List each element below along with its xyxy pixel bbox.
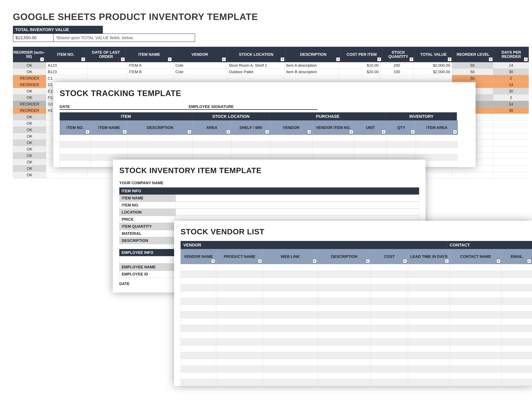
- vendor-cell[interactable]: [408, 359, 450, 366]
- vendor-row[interactable]: [180, 379, 532, 386]
- vendor-cell[interactable]: [216, 359, 263, 366]
- vendor-cell[interactable]: [216, 325, 263, 332]
- dropdown-icon[interactable]: ▾: [123, 130, 127, 134]
- vendor-cell[interactable]: [180, 373, 216, 379]
- vendor-cell[interactable]: [450, 352, 501, 359]
- inventory-cell[interactable]: OK: [13, 159, 46, 165]
- dropdown-icon[interactable]: ▾: [222, 57, 226, 61]
- vendor-cell[interactable]: [371, 291, 408, 298]
- inv-col-header[interactable]: COST PER ITEM▾: [341, 47, 382, 62]
- inventory-cell[interactable]: ITEM B: [127, 69, 174, 75]
- vendor-cell[interactable]: [450, 284, 501, 291]
- vendor-cell[interactable]: [450, 312, 501, 318]
- inventory-cell[interactable]: [127, 75, 174, 82]
- inventory-cell[interactable]: Item B description: [284, 69, 339, 75]
- vendor-cell[interactable]: [318, 346, 371, 352]
- vendor-cell[interactable]: [408, 339, 450, 346]
- vendor-cell[interactable]: [263, 366, 318, 373]
- inventory-cell[interactable]: [284, 75, 339, 82]
- vendor-cell[interactable]: [180, 325, 216, 332]
- dropdown-icon[interactable]: ▾: [527, 259, 531, 263]
- inventory-cell[interactable]: [493, 120, 529, 127]
- dropdown-icon[interactable]: ▾: [336, 57, 340, 61]
- vendor-sub-header[interactable]: COST▾: [371, 249, 408, 264]
- vendor-cell[interactable]: [450, 278, 501, 284]
- vendor-row[interactable]: [180, 325, 532, 332]
- vendor-cell[interactable]: [318, 339, 371, 346]
- vendor-cell[interactable]: [450, 291, 501, 298]
- vendor-cell[interactable]: [216, 346, 263, 352]
- vendor-row[interactable]: [180, 312, 532, 318]
- inventory-cell[interactable]: [87, 75, 127, 82]
- inventory-cell[interactable]: OK: [13, 133, 46, 140]
- vendor-cell[interactable]: [263, 271, 318, 278]
- vendor-row[interactable]: [180, 284, 532, 291]
- track-cell[interactable]: [312, 135, 354, 141]
- inventory-cell[interactable]: [380, 75, 413, 82]
- vendor-cell[interactable]: [216, 339, 263, 346]
- inventory-cell[interactable]: [227, 75, 284, 82]
- vendor-cell[interactable]: [318, 305, 371, 312]
- vendor-row[interactable]: [180, 332, 532, 339]
- inventory-cell[interactable]: $20.00: [339, 69, 380, 75]
- vendor-cell[interactable]: [263, 264, 318, 271]
- track-cell[interactable]: [231, 148, 270, 154]
- inventory-cell[interactable]: 100: [380, 69, 413, 75]
- vendor-cell[interactable]: [180, 312, 216, 318]
- vendor-cell[interactable]: [318, 332, 371, 339]
- vendor-cell[interactable]: [371, 264, 408, 271]
- vendor-cell[interactable]: [371, 339, 408, 346]
- vendor-row[interactable]: [180, 359, 532, 366]
- inventory-cell[interactable]: 50: [452, 75, 493, 82]
- inv-col-header[interactable]: DESCRIPTION▾: [285, 47, 341, 62]
- vendor-cell[interactable]: [216, 373, 263, 379]
- vendor-cell[interactable]: [263, 278, 318, 284]
- inventory-cell[interactable]: 2: [493, 75, 529, 82]
- vendor-cell[interactable]: [263, 373, 318, 379]
- track-sub-header[interactable]: SHELF / BIN▾: [231, 120, 270, 135]
- vendor-cell[interactable]: [501, 359, 532, 366]
- vendor-cell[interactable]: [408, 312, 450, 318]
- vendor-cell[interactable]: [501, 278, 532, 284]
- track-sub-header[interactable]: VENDOR ITEM NO.▾: [312, 120, 354, 135]
- vendor-cell[interactable]: [450, 366, 501, 373]
- vendor-cell[interactable]: [501, 305, 532, 312]
- inventory-cell[interactable]: [87, 69, 127, 75]
- inventory-cell[interactable]: OK: [13, 120, 46, 127]
- vendor-sub-header[interactable]: DESCRIPTION▾: [318, 249, 371, 264]
- vendor-cell[interactable]: [371, 346, 408, 352]
- vendor-cell[interactable]: [216, 284, 263, 291]
- vendor-cell[interactable]: [371, 373, 408, 379]
- track-row[interactable]: [60, 135, 469, 141]
- vendor-sub-header[interactable]: EMAIL▾: [501, 249, 532, 264]
- vendor-sub-header[interactable]: LEAD TIME IN DAYS▾: [408, 249, 450, 264]
- inventory-cell[interactable]: OK: [13, 152, 46, 159]
- vendor-cell[interactable]: [180, 352, 216, 359]
- inventory-cell[interactable]: [46, 172, 87, 178]
- vendor-cell[interactable]: [318, 366, 371, 373]
- inventory-cell[interactable]: OK: [13, 140, 46, 146]
- vendor-cell[interactable]: [180, 264, 216, 271]
- track-cell[interactable]: [416, 135, 458, 141]
- vendor-cell[interactable]: [318, 325, 371, 332]
- inv-col-header[interactable]: DATE OF LAST ORDER▾: [86, 47, 126, 62]
- inventory-cell[interactable]: [493, 152, 529, 159]
- vendor-cell[interactable]: [371, 271, 408, 278]
- inventory-cell[interactable]: REORDER: [13, 107, 46, 114]
- vendor-row[interactable]: [180, 373, 532, 379]
- vendor-cell[interactable]: [371, 298, 408, 305]
- track-row[interactable]: [60, 141, 469, 148]
- track-cell[interactable]: [231, 135, 270, 141]
- vendor-cell[interactable]: [501, 318, 532, 325]
- vendor-cell[interactable]: [263, 318, 318, 325]
- vendor-cell[interactable]: [408, 298, 450, 305]
- vendor-cell[interactable]: [216, 291, 263, 298]
- vendor-cell[interactable]: [408, 264, 450, 271]
- vendor-cell[interactable]: [263, 379, 318, 386]
- track-cell[interactable]: [60, 154, 90, 161]
- inv-col-header[interactable]: STOCK LOCATION▾: [227, 47, 285, 62]
- inventory-cell[interactable]: 50: [452, 69, 493, 75]
- vendor-cell[interactable]: [371, 332, 408, 339]
- inventory-cell[interactable]: 14: [493, 101, 529, 107]
- vendor-cell[interactable]: [180, 339, 216, 346]
